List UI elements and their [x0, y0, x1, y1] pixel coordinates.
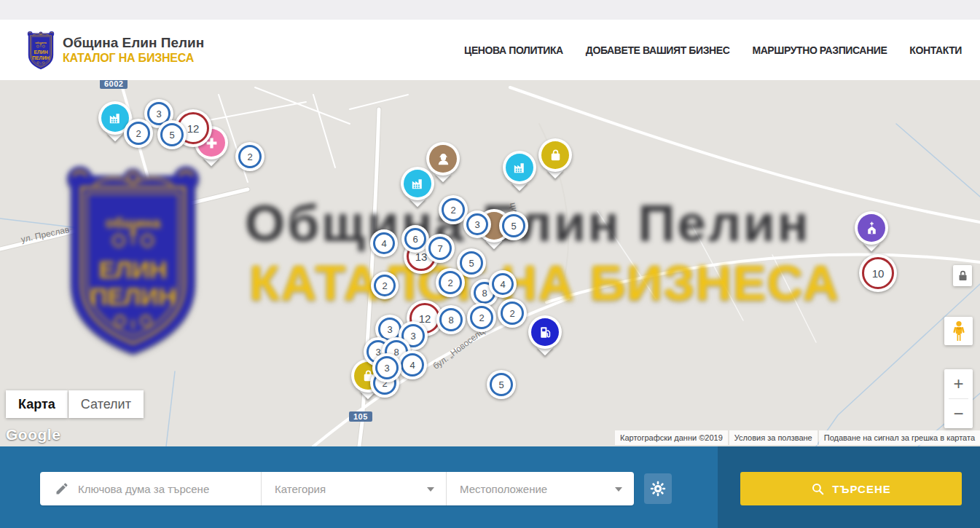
pegman-icon: [952, 320, 965, 342]
map-attribution: Картографски данни ©2019 Условия за полз…: [614, 430, 980, 445]
map-type-map-button[interactable]: Карта: [6, 390, 68, 418]
search-button-label: ТЪРСЕНЕ: [832, 483, 891, 495]
map-cluster-marker[interactable]: 2: [235, 142, 264, 171]
map-cluster-marker[interactable]: 8: [436, 305, 466, 334]
site-subtitle: КАТАЛОГ НА БИЗНЕСА: [63, 52, 204, 65]
page: община ЕЛИН ПЕЛИН Община Елин Пелин КАТА…: [0, 0, 980, 528]
category-select[interactable]: Категория: [261, 472, 446, 505]
map-cluster-marker[interactable]: 2: [371, 272, 399, 299]
map-cluster-marker[interactable]: 3: [463, 210, 491, 238]
street-view-pegman-button[interactable]: [944, 317, 973, 345]
map-cluster-marker[interactable]: 5: [487, 370, 516, 399]
map-cluster-marker[interactable]: 7: [426, 234, 455, 263]
map-cluster-marker[interactable]: 5: [499, 211, 528, 240]
search-button[interactable]: ТЪРСЕНЕ: [740, 472, 962, 505]
nav-contacts[interactable]: КОНТАКТИ: [909, 44, 962, 56]
municipality-crest-icon: община ЕЛИН ПЕЛИН: [26, 29, 55, 71]
google-logo[interactable]: Google: [6, 426, 60, 444]
svg-text:община: община: [35, 41, 47, 44]
category-select-value: Категория: [275, 483, 326, 495]
map-cluster-marker[interactable]: 3: [372, 353, 401, 382]
map-cluster-marker[interactable]: 2: [467, 303, 496, 332]
advanced-settings-button[interactable]: [644, 473, 672, 504]
map-cluster-marker[interactable]: 2: [124, 119, 153, 148]
map-pin-fuel[interactable]: [528, 315, 562, 349]
attribution-copyright: Картографски данни ©2019: [615, 430, 728, 445]
map-type-control: Карта Сателит: [6, 390, 144, 418]
main-nav: ЦЕНОВА ПОЛИТИКА ДОБАВЕТЕ ВАШИЯТ БИЗНЕС М…: [464, 20, 962, 80]
keyword-field: [40, 472, 261, 505]
terms-of-use-link[interactable]: Условия за ползване: [729, 430, 818, 445]
fullscreen-lock-button[interactable]: [953, 265, 972, 286]
chevron-down-icon: [427, 487, 434, 492]
nav-route-schedule[interactable]: МАРШРУТНО РАЗПИСАНИЕ: [752, 44, 887, 56]
location-select-value: Местоположение: [460, 483, 547, 495]
road-number-badge: 105: [349, 411, 372, 422]
keyword-search-input[interactable]: [78, 483, 246, 495]
site-logo[interactable]: община ЕЛИН ПЕЛИН Община Елин Пелин КАТА…: [26, 29, 204, 71]
site-title: Община Елин Пелин: [63, 35, 204, 51]
map-cluster-marker[interactable]: 5: [157, 120, 187, 149]
road-number-badge: 6002: [100, 80, 128, 89]
header: община ЕЛИН ПЕЛИН Община Елин Пелин КАТА…: [0, 20, 980, 80]
map-cluster-marker[interactable]: 4: [398, 350, 427, 379]
map-cluster-marker[interactable]: 4: [489, 270, 517, 298]
map-pin-shopping-bag[interactable]: [538, 138, 572, 172]
lock-icon: [958, 270, 968, 281]
zoom-in-button[interactable]: +: [944, 369, 973, 398]
svg-text:ПЕЛИН: ПЕЛИН: [32, 55, 50, 60]
search-icon: [811, 482, 825, 496]
map-cluster-marker[interactable]: 4: [370, 229, 398, 257]
zoom-out-button[interactable]: −: [944, 399, 973, 428]
map-type-satellite-button[interactable]: Сателит: [68, 390, 144, 418]
map-canvas[interactable]: ул. Преславбул. „Новоселциции6002105 231…: [0, 80, 980, 446]
nav-pricing-policy[interactable]: ЦЕНОВА ПОЛИТИКА: [464, 44, 563, 56]
map-pin-factory[interactable]: [503, 151, 536, 184]
map-pin-church[interactable]: [855, 211, 888, 245]
zoom-control: + −: [944, 369, 973, 428]
location-select[interactable]: Местоположение: [446, 472, 634, 505]
top-strip: [0, 0, 980, 20]
map-cluster-marker[interactable]: 2: [498, 299, 527, 328]
report-map-error-link[interactable]: Подаване на сигнал за грешка в картата: [819, 430, 980, 445]
gear-icon: [649, 480, 667, 497]
chevron-down-icon: [615, 487, 622, 492]
map-cluster-marker[interactable]: 2: [436, 268, 465, 297]
map-cluster-marker[interactable]: 10: [859, 254, 897, 292]
nav-add-your-business[interactable]: ДОБАВЕТЕ ВАШИЯТ БИЗНЕС: [586, 44, 730, 56]
pencil-icon: [55, 481, 69, 496]
search-fields-group: Категория Местоположение: [40, 472, 634, 505]
search-bar: Категория Местоположение: [0, 446, 980, 528]
map-pin-factory[interactable]: [401, 167, 434, 200]
svg-text:ЕЛИН: ЕЛИН: [34, 50, 47, 55]
